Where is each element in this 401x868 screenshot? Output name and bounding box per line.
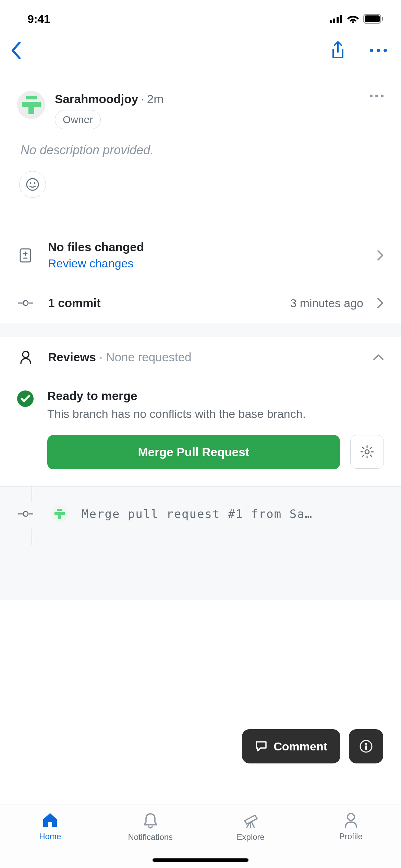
reviews-row[interactable]: Reviews · None requested	[0, 337, 401, 377]
files-changed-title: No files changed	[48, 240, 363, 254]
tab-home[interactable]: Home	[0, 812, 100, 868]
reviews-status: None requested	[106, 350, 191, 364]
svg-point-8	[370, 49, 373, 52]
svg-rect-3	[340, 15, 342, 23]
smiley-icon	[26, 178, 39, 191]
check-circle-icon	[17, 390, 34, 407]
svg-point-13	[381, 95, 384, 97]
tab-profile-label: Profile	[339, 832, 363, 841]
floating-actions: Comment	[242, 729, 383, 763]
gear-icon	[360, 445, 374, 459]
commits-time: 3 minutes ago	[290, 297, 363, 310]
svg-point-21	[23, 351, 29, 358]
svg-point-12	[375, 95, 378, 97]
svg-rect-1	[333, 19, 335, 23]
svg-point-29	[348, 813, 354, 820]
review-changes-link[interactable]: Review changes	[48, 257, 363, 270]
svg-rect-2	[337, 17, 339, 23]
more-icon	[369, 94, 384, 98]
comment-button[interactable]: Comment	[242, 729, 340, 763]
share-button[interactable]	[330, 41, 345, 60]
author-more-button[interactable]	[369, 91, 384, 98]
svg-point-10	[384, 49, 387, 52]
status-icons	[330, 14, 384, 24]
pr-description: No description provided.	[17, 129, 384, 171]
reviews-sep: ·	[96, 350, 106, 364]
merge-options-button[interactable]	[350, 435, 384, 469]
merge-section: Ready to merge This branch has no confli…	[0, 377, 401, 486]
svg-point-15	[30, 182, 32, 184]
tab-profile[interactable]: Profile	[301, 812, 401, 868]
more-icon	[369, 48, 387, 52]
commit-author-avatar	[51, 506, 68, 522]
author-avatar[interactable]	[17, 91, 45, 119]
battery-icon	[363, 14, 384, 24]
svg-point-9	[377, 49, 380, 52]
tab-notifications-label: Notifications	[128, 832, 173, 842]
svg-point-27	[365, 743, 367, 745]
owner-badge: Owner	[55, 110, 101, 129]
commits-count: 1 commit	[48, 296, 276, 310]
status-time: 9:41	[27, 12, 50, 26]
wifi-icon	[347, 14, 359, 23]
home-indicator[interactable]	[153, 858, 248, 862]
svg-point-4	[352, 21, 354, 23]
author-name[interactable]: Sarahmoodjoy	[55, 92, 138, 106]
tab-explore-label: Explore	[237, 832, 265, 842]
author-section: Sarahmoodjoy · 2m Owner No description p…	[0, 72, 401, 208]
share-icon	[330, 41, 345, 60]
tab-home-label: Home	[39, 832, 61, 841]
svg-rect-7	[382, 17, 383, 21]
commit-message: Merge pull request #1 from Sa…	[82, 507, 384, 521]
comment-icon	[255, 740, 267, 752]
svg-point-16	[34, 182, 36, 184]
file-diff-icon	[20, 248, 32, 263]
author-time: 2m	[147, 92, 164, 106]
merge-status-desc: This branch has no conflicts with the ba…	[47, 406, 384, 422]
bell-icon	[143, 812, 158, 829]
chevron-right-icon	[377, 298, 384, 309]
info-icon	[359, 739, 373, 753]
commit-icon	[18, 510, 33, 517]
add-reaction-button[interactable]	[19, 171, 46, 198]
commit-timeline: Merge pull request #1 from Sa…	[0, 486, 401, 600]
author-separator: ·	[141, 92, 144, 106]
svg-point-18	[23, 301, 28, 305]
chevron-left-icon	[10, 42, 22, 59]
svg-point-22	[365, 450, 369, 454]
person-icon	[344, 812, 358, 828]
chevron-right-icon	[377, 250, 384, 261]
merge-status-title: Ready to merge	[47, 389, 384, 403]
svg-point-14	[27, 179, 38, 190]
commit-log-entry[interactable]: Merge pull request #1 from Sa…	[17, 487, 384, 522]
back-button[interactable]	[10, 42, 22, 59]
commit-icon	[18, 300, 33, 306]
info-button[interactable]	[349, 729, 383, 763]
svg-rect-6	[365, 15, 380, 22]
cellular-icon	[330, 15, 343, 23]
status-bar: 9:41	[0, 0, 401, 34]
home-icon	[42, 812, 58, 828]
person-icon	[20, 350, 32, 364]
telescope-icon	[242, 812, 259, 829]
chevron-up-icon	[373, 354, 384, 361]
commits-row[interactable]: 1 commit 3 minutes ago	[0, 283, 401, 323]
svg-point-23	[23, 511, 28, 516]
merge-pr-button[interactable]: Merge Pull Request	[47, 435, 340, 469]
svg-rect-0	[330, 20, 332, 23]
nav-bar	[0, 34, 401, 72]
comment-button-label: Comment	[274, 740, 327, 753]
files-changed-row[interactable]: No files changed Review changes	[0, 227, 401, 283]
more-button[interactable]	[369, 48, 387, 52]
svg-point-11	[370, 95, 373, 97]
reviews-label: Reviews	[48, 350, 96, 364]
